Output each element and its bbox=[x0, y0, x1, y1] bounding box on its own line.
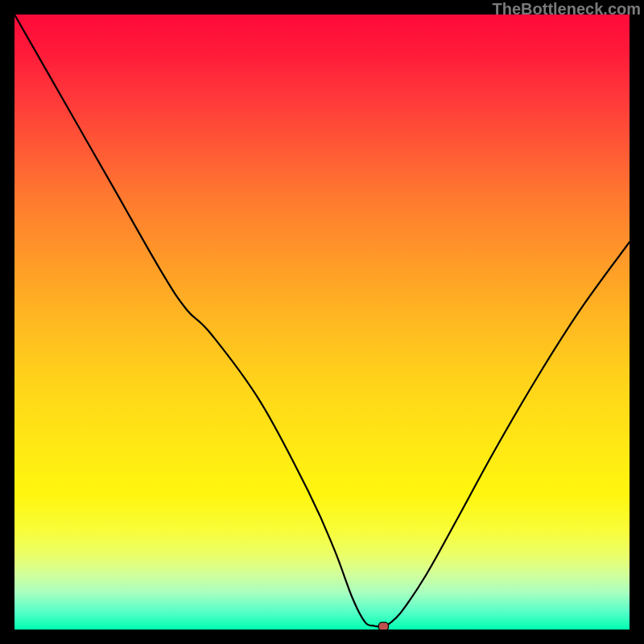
plot-area bbox=[14, 14, 630, 630]
minimum-marker bbox=[378, 622, 388, 630]
curve-svg bbox=[14, 14, 630, 630]
chart-frame: TheBottleneck.com bbox=[0, 0, 644, 644]
bottleneck-curve bbox=[14, 14, 630, 627]
watermark-text: TheBottleneck.com bbox=[493, 0, 641, 19]
